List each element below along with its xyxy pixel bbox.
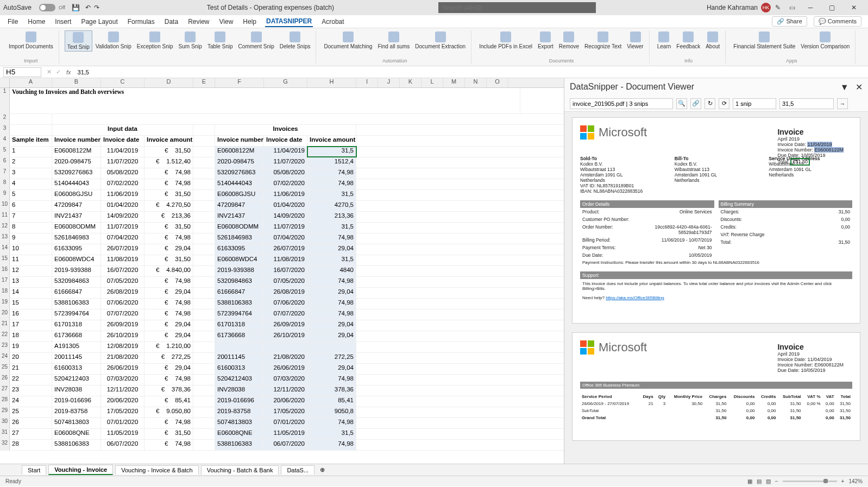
- learn-button[interactable]: Learn: [655, 30, 674, 50]
- ribbon-mode-icon[interactable]: ▭: [789, 4, 795, 11]
- table-row[interactable]: 8 4 5140444043 07/02/2020 € 74,98 514044…: [0, 179, 564, 190]
- cancel-formula-icon[interactable]: ✕: [47, 68, 52, 75]
- close-button[interactable]: ✕: [843, 4, 865, 11]
- table-row[interactable]: 31 27 E06008QNE 11/05/2019 € 31,50 E0600…: [0, 429, 564, 440]
- view-normal-icon[interactable]: ▦: [747, 478, 752, 484]
- dv-go-icon[interactable]: →: [837, 98, 848, 109]
- redo-icon[interactable]: ↷: [94, 4, 99, 11]
- table-row[interactable]: 23 19 A191305 12/08/2019 € 1.210,00: [0, 342, 564, 353]
- view-layout-icon[interactable]: ▤: [757, 478, 762, 484]
- validation-snip-button[interactable]: Validation Snip: [93, 30, 134, 52]
- table-row[interactable]: 29 25 2019-83758 17/05/2020 € 9.050,80 2…: [0, 407, 564, 418]
- zoom-level[interactable]: 142%: [848, 478, 863, 484]
- table-row[interactable]: 1Vouching to Invoices and Batch overview…: [0, 88, 564, 114]
- zoom-out-icon[interactable]: −: [775, 478, 778, 484]
- document-matching-button[interactable]: Document Matching: [322, 30, 374, 50]
- table-row[interactable]: 22 18 61736668 26/10/2019 € 29,04 617366…: [0, 331, 564, 342]
- col-d[interactable]: D: [144, 78, 193, 87]
- tab-help[interactable]: Help: [242, 17, 257, 27]
- about-button[interactable]: About: [703, 30, 722, 50]
- remove-button[interactable]: Remove: [557, 30, 581, 50]
- tab-insert[interactable]: Insert: [54, 17, 72, 27]
- col-f[interactable]: F: [215, 78, 264, 87]
- table-row[interactable]: 10 6 47209847 01/04/2020 € 4.270,50 4720…: [0, 201, 564, 212]
- minimize-button[interactable]: ─: [800, 4, 821, 11]
- table-row[interactable]: 32 28 5388106383 06/07/2020 € 74,98 5388…: [0, 440, 564, 451]
- tab-home[interactable]: Home: [27, 17, 46, 27]
- pen-icon[interactable]: ✎: [775, 4, 781, 11]
- table-row[interactable]: 17 13 5320984863 07/05/2020 € 74,98 5320…: [0, 277, 564, 288]
- sheet-tab-datas[interactable]: DataS...: [281, 465, 315, 475]
- view-break-icon[interactable]: ▧: [766, 478, 771, 484]
- table-row[interactable]: 5 1 E06008122M 11/04/2019 € 31,50 E06008…: [0, 147, 564, 157]
- table-snip-button[interactable]: Table Snip: [205, 30, 235, 52]
- tab-review[interactable]: Review: [187, 17, 210, 27]
- tab-file[interactable]: File: [7, 17, 19, 27]
- import-documents-button[interactable]: Import Documents: [7, 30, 55, 50]
- table-row[interactable]: 24 20 20011145 21/08/2020 € 272,25 20011…: [0, 353, 564, 364]
- col-e[interactable]: E: [193, 78, 215, 87]
- add-sheet-icon[interactable]: ⊕: [320, 466, 325, 473]
- table-row[interactable]: 30 26 5074813803 07/01/2020 € 74,98 5074…: [0, 418, 564, 429]
- sheet-tab-start[interactable]: Start: [22, 465, 46, 475]
- sheet-tab-vouching-batch-bank[interactable]: Vouching - Batch & Bank: [201, 465, 279, 475]
- formula-value[interactable]: 31,5: [74, 69, 92, 75]
- table-row[interactable]: 28 24 2019-016696 20/06/2020 € 85,41 201…: [0, 396, 564, 407]
- search-input[interactable]: [438, 2, 596, 13]
- zoom-slider[interactable]: [783, 480, 837, 482]
- table-row[interactable]: 26 22 5204212403 07/03/2020 € 74,98 5204…: [0, 375, 564, 385]
- col-a[interactable]: A: [10, 78, 52, 87]
- dv-link-icon[interactable]: 🔗: [690, 98, 701, 109]
- col-l[interactable]: L: [422, 78, 443, 87]
- table-row[interactable]: 13 9 5261846983 07/04/2020 € 74,98 52618…: [0, 233, 564, 244]
- fx-icon[interactable]: fx: [66, 69, 71, 75]
- undo-icon[interactable]: ↶: [85, 4, 91, 11]
- dv-snip-select[interactable]: [733, 98, 776, 109]
- find-all-sums-button[interactable]: Find all sums: [375, 30, 412, 50]
- col-h[interactable]: H: [307, 78, 356, 87]
- col-n[interactable]: N: [465, 78, 487, 87]
- name-box[interactable]: [3, 67, 41, 77]
- dv-value-box[interactable]: [779, 98, 834, 109]
- col-g[interactable]: G: [264, 78, 307, 87]
- col-o[interactable]: O: [487, 78, 508, 87]
- save-icon[interactable]: 💾: [72, 4, 80, 11]
- dv-body[interactable]: Microsoft Invoice April 2019 Invoice Dat…: [564, 112, 868, 464]
- table-row[interactable]: 6 2 2020-098475 11/07/2020 € 1.512,40 20…: [0, 157, 564, 168]
- table-row[interactable]: 11 7 INV21437 14/09/2020 € 213,36 INV214…: [0, 212, 564, 223]
- support-link[interactable]: https://aka.ms/Office365Billing: [606, 295, 664, 300]
- sum-snip-button[interactable]: Sum Snip: [177, 30, 204, 52]
- table-row[interactable]: 12 8 E06008ODMM 11/07/2019 € 31,50 E0600…: [0, 223, 564, 233]
- dv-close-icon[interactable]: ✕: [856, 83, 863, 92]
- table-row[interactable]: 3Input dataInvoices: [0, 125, 564, 136]
- table-row[interactable]: 25 21 61600313 26/06/2019 € 29,04 616003…: [0, 364, 564, 375]
- exception-snip-button[interactable]: Exception Snip: [135, 30, 175, 52]
- table-row[interactable]: 15 11 E06008WDC4 11/08/2019 € 31,50 E060…: [0, 255, 564, 266]
- dv-minimize-icon[interactable]: ▼: [840, 83, 849, 92]
- col-m[interactable]: M: [443, 78, 465, 87]
- col-k[interactable]: K: [400, 78, 422, 87]
- spreadsheet[interactable]: A B C D E F G H I J K L M N O 1Vouching …: [0, 78, 564, 464]
- dv-search-icon[interactable]: 🔍: [676, 98, 687, 109]
- include-pdfs-button[interactable]: Include PDFs in Excel: [477, 30, 534, 50]
- maximize-button[interactable]: ▢: [821, 4, 843, 11]
- table-row[interactable]: 2: [0, 114, 564, 125]
- accept-formula-icon[interactable]: ✓: [56, 68, 61, 75]
- col-b[interactable]: B: [52, 78, 101, 87]
- table-row[interactable]: 16 12 2019-939388 16/07/2020 € 4.840,00 …: [0, 266, 564, 277]
- sheet-tab-vouching-invoice[interactable]: Vouching - Invoice: [48, 465, 113, 475]
- col-i[interactable]: I: [356, 78, 378, 87]
- dv-doc-select[interactable]: [570, 98, 673, 109]
- tab-formulas[interactable]: Formulas: [127, 17, 156, 27]
- financial-statement-button[interactable]: Financial Statement Suite: [731, 30, 797, 50]
- document-extraction-button[interactable]: Document Extraction: [413, 30, 468, 50]
- user-area[interactable]: Hande Kahraman HK: [707, 3, 771, 12]
- tab-datasnipper[interactable]: DATASNIPPER: [265, 16, 313, 27]
- table-row[interactable]: 19 15 5388106383 07/06/2020 € 74,98 5388…: [0, 299, 564, 309]
- tab-data[interactable]: Data: [163, 17, 179, 27]
- zoom-in-icon[interactable]: +: [841, 478, 845, 484]
- delete-snips-button[interactable]: Delete Snips: [278, 30, 313, 52]
- table-row[interactable]: 9 5 E06008GJSU 11/06/2019 € 31,50 E06008…: [0, 190, 564, 201]
- table-row[interactable]: 4 Sample item Invoice number Invoice dat…: [0, 136, 564, 147]
- feedback-button[interactable]: Feedback: [674, 30, 702, 50]
